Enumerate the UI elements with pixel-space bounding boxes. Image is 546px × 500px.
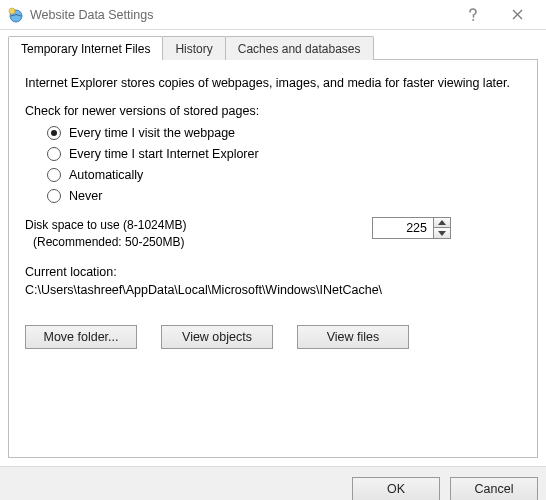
svg-point-2 [472,19,474,21]
radio-every-start[interactable]: Every time I start Internet Explorer [47,147,521,161]
client-area: Temporary Internet Files History Caches … [0,30,546,466]
close-button[interactable] [495,0,540,30]
cancel-button[interactable]: Cancel [450,477,538,500]
disk-space-spinner[interactable] [372,217,451,239]
ok-button[interactable]: OK [352,477,440,500]
radio-every-visit[interactable]: Every time I visit the webpage [47,126,521,140]
radio-icon [47,168,61,182]
radio-icon [47,147,61,161]
view-objects-button[interactable]: View objects [161,325,273,349]
titlebar: Website Data Settings [0,0,546,30]
svg-point-1 [9,8,15,14]
disk-space-down[interactable] [434,228,450,238]
tab-temporary-files[interactable]: Temporary Internet Files [8,36,163,60]
check-newer-radiogroup: Every time I visit the webpage Every tim… [47,126,521,203]
radio-automatically[interactable]: Automatically [47,168,521,182]
radio-label: Every time I visit the webpage [69,126,235,140]
disk-space-label-block: Disk space to use (8-1024MB) (Recommende… [25,217,186,251]
internet-options-icon [8,7,24,23]
radio-icon [47,126,61,140]
move-folder-button[interactable]: Move folder... [25,325,137,349]
current-location-path: C:\Users\tashreef\AppData\Local\Microsof… [25,283,521,297]
disk-space-spin-buttons [433,218,450,238]
window-title: Website Data Settings [30,8,153,22]
disk-space-label: Disk space to use (8-1024MB) [25,217,186,234]
help-button[interactable] [450,0,495,30]
intro-text: Internet Explorer stores copies of webpa… [25,74,521,92]
disk-space-input[interactable] [373,218,433,238]
disk-space-recommended: (Recommended: 50-250MB) [33,234,186,251]
dialog-footer: OK Cancel [0,466,546,500]
tab-caches[interactable]: Caches and databases [225,36,374,60]
radio-label: Never [69,189,102,203]
tab-history[interactable]: History [162,36,225,60]
folder-buttons-row: Move folder... View objects View files [25,325,521,349]
check-newer-label: Check for newer versions of stored pages… [25,104,521,118]
disk-space-up[interactable] [434,218,450,228]
current-location-label: Current location: [25,265,521,279]
disk-space-row: Disk space to use (8-1024MB) (Recommende… [25,217,521,251]
radio-label: Automatically [69,168,143,182]
tab-strip: Temporary Internet Files History Caches … [8,34,538,60]
tab-page-temporary-files: Internet Explorer stores copies of webpa… [8,60,538,458]
radio-label: Every time I start Internet Explorer [69,147,259,161]
radio-never[interactable]: Never [47,189,521,203]
view-files-button[interactable]: View files [297,325,409,349]
radio-icon [47,189,61,203]
